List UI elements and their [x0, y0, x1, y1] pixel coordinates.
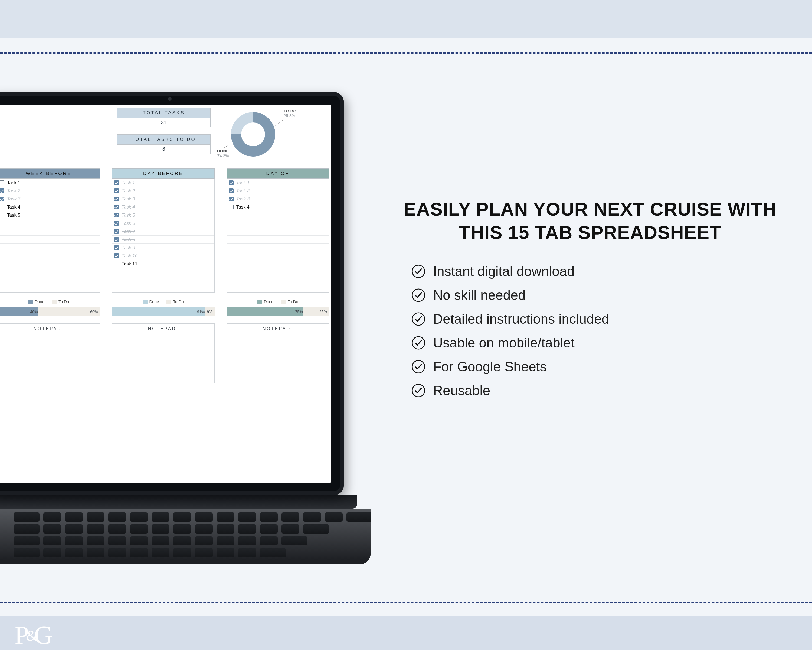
checkbox[interactable] [114, 213, 119, 217]
task-row-empty[interactable] [227, 276, 329, 284]
task-row-empty[interactable] [227, 252, 329, 260]
keyboard-key [173, 525, 191, 534]
task-row[interactable]: Task 4 [112, 203, 214, 211]
keyboard-key [130, 512, 148, 522]
task-row-empty[interactable] [227, 219, 329, 228]
task-label: Task 1 [236, 180, 250, 185]
task-row-empty[interactable] [0, 252, 99, 260]
feature-item: For Google Sheets [411, 359, 780, 375]
task-row[interactable]: Task 2 [112, 187, 214, 195]
checkbox[interactable] [114, 180, 119, 185]
notepad[interactable]: NOTEPAD: [0, 323, 100, 383]
task-row[interactable]: Task 5 [0, 211, 99, 219]
task-row-empty[interactable] [0, 244, 99, 252]
task-row-empty[interactable] [0, 260, 99, 268]
keyboard-key [195, 536, 213, 546]
task-row[interactable]: Task 1 [0, 179, 99, 187]
task-row-empty[interactable] [0, 284, 99, 292]
task-row[interactable]: Task 4 [0, 203, 99, 211]
keyboard-key [108, 548, 126, 557]
laptop-mockup: TOTAL TASKS 31 TOTAL TASKS TO DO 8 [0, 92, 346, 564]
checkbox[interactable] [114, 262, 119, 266]
keyboard-key [238, 536, 256, 546]
notepad[interactable]: NOTEPAD: [112, 323, 214, 383]
checkbox[interactable] [0, 213, 4, 217]
task-row[interactable]: Task 4 [227, 203, 329, 211]
checkbox[interactable] [114, 197, 119, 201]
checkbox[interactable] [0, 180, 4, 185]
keyboard-key [173, 512, 191, 522]
task-row[interactable]: Task 7 [112, 228, 214, 236]
checkbox[interactable] [0, 205, 4, 210]
task-label: Task 2 [236, 188, 250, 194]
task-row[interactable]: Task 5 [112, 211, 214, 219]
task-row-empty[interactable] [0, 236, 99, 244]
legend: DoneTo Do [227, 299, 329, 304]
task-row[interactable]: Task 3 [0, 195, 99, 203]
task-row-empty[interactable] [0, 228, 99, 236]
task-row[interactable]: Task 1 [227, 179, 329, 187]
checkbox[interactable] [114, 245, 119, 250]
task-row[interactable]: Task 3 [112, 195, 214, 203]
task-row-empty[interactable] [227, 211, 329, 219]
checkbox[interactable] [229, 197, 234, 201]
keyboard-key [238, 512, 256, 522]
checkbox[interactable] [114, 188, 119, 193]
task-row-empty[interactable] [227, 244, 329, 252]
task-row-empty[interactable] [112, 284, 214, 292]
checkbox[interactable] [229, 205, 234, 210]
feature-item: Reusable [411, 383, 780, 398]
divider-bottom [0, 601, 812, 603]
stat-tasks-todo: TOTAL TASKS TO DO 8 [117, 134, 211, 154]
task-row-empty[interactable] [227, 268, 329, 276]
keyboard-key [173, 548, 191, 557]
checkbox[interactable] [229, 188, 234, 193]
checkbox[interactable] [114, 221, 119, 226]
task-row-empty[interactable] [227, 236, 329, 244]
task-row[interactable]: Task 9 [112, 244, 214, 252]
notepad-header: NOTEPAD: [0, 324, 99, 334]
task-row-empty[interactable] [227, 284, 329, 292]
task-row[interactable]: Task 2 [227, 187, 329, 195]
checkbox[interactable] [114, 237, 119, 242]
checkbox[interactable] [114, 254, 119, 258]
notepad-body[interactable] [112, 334, 214, 383]
check-circle-icon [411, 288, 426, 302]
task-row-empty[interactable] [112, 276, 214, 284]
keyboard-key [14, 525, 40, 534]
notepad-body[interactable] [0, 334, 99, 383]
checkbox[interactable] [229, 180, 234, 185]
task-row[interactable]: Task 3 [227, 195, 329, 203]
task-row-empty[interactable] [0, 268, 99, 276]
task-row-empty[interactable] [0, 276, 99, 284]
feature-text: No skill needed [433, 288, 526, 303]
checkbox[interactable] [0, 188, 4, 193]
task-row[interactable]: Task 6 [112, 219, 214, 228]
task-row[interactable]: Task 11 [112, 260, 214, 268]
feature-text: For Google Sheets [433, 359, 547, 375]
task-row-empty[interactable] [227, 260, 329, 268]
keyboard-key [260, 536, 278, 546]
keyboard-key [217, 536, 234, 546]
check-circle-icon [411, 359, 426, 374]
task-row-empty[interactable] [0, 219, 99, 228]
stat-value: 8 [117, 144, 210, 154]
task-row[interactable]: Task 10 [112, 252, 214, 260]
task-row[interactable]: Task 2 [0, 187, 99, 195]
task-row[interactable]: Task 8 [112, 236, 214, 244]
feature-text: Usable on mobile/tablet [433, 335, 575, 351]
checkbox[interactable] [0, 197, 4, 201]
task-card: DAY OFTask 1Task 2Task 3Task 4DoneTo Do7… [227, 168, 329, 383]
task-row[interactable]: Task 1 [112, 179, 214, 187]
stat-label: TOTAL TASKS TO DO [117, 135, 210, 144]
keyboard-key [281, 512, 299, 522]
svg-point-3 [412, 289, 425, 301]
notepad-body[interactable] [227, 334, 329, 383]
checkbox[interactable] [114, 229, 119, 234]
keyboard-key [108, 525, 126, 534]
task-row-empty[interactable] [112, 268, 214, 276]
checkbox[interactable] [114, 205, 119, 210]
task-row-empty[interactable] [227, 228, 329, 236]
card-header: DAY OF [227, 168, 329, 179]
notepad[interactable]: NOTEPAD: [227, 323, 329, 383]
